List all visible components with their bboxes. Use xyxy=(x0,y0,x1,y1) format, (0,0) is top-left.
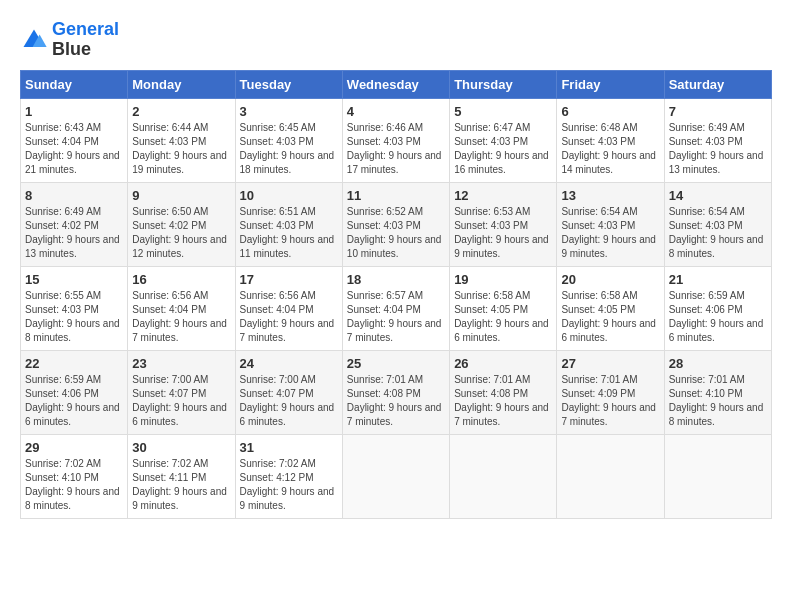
day-number: 28 xyxy=(669,356,767,371)
calendar-cell xyxy=(664,434,771,518)
day-info: Sunrise: 6:58 AMSunset: 4:05 PMDaylight:… xyxy=(561,290,656,343)
day-info: Sunrise: 6:51 AMSunset: 4:03 PMDaylight:… xyxy=(240,206,335,259)
calendar-cell: 14 Sunrise: 6:54 AMSunset: 4:03 PMDaylig… xyxy=(664,182,771,266)
day-info: Sunrise: 7:01 AMSunset: 4:08 PMDaylight:… xyxy=(454,374,549,427)
day-number: 20 xyxy=(561,272,659,287)
calendar-table: SundayMondayTuesdayWednesdayThursdayFrid… xyxy=(20,70,772,519)
day-info: Sunrise: 6:50 AMSunset: 4:02 PMDaylight:… xyxy=(132,206,227,259)
day-number: 4 xyxy=(347,104,445,119)
day-info: Sunrise: 6:49 AMSunset: 4:03 PMDaylight:… xyxy=(669,122,764,175)
day-info: Sunrise: 6:44 AMSunset: 4:03 PMDaylight:… xyxy=(132,122,227,175)
calendar-cell: 7 Sunrise: 6:49 AMSunset: 4:03 PMDayligh… xyxy=(664,98,771,182)
calendar-cell: 2 Sunrise: 6:44 AMSunset: 4:03 PMDayligh… xyxy=(128,98,235,182)
calendar-body: 1 Sunrise: 6:43 AMSunset: 4:04 PMDayligh… xyxy=(21,98,772,518)
day-number: 31 xyxy=(240,440,338,455)
calendar-cell: 26 Sunrise: 7:01 AMSunset: 4:08 PMDaylig… xyxy=(450,350,557,434)
header-day-monday: Monday xyxy=(128,70,235,98)
day-info: Sunrise: 6:55 AMSunset: 4:03 PMDaylight:… xyxy=(25,290,120,343)
calendar-cell: 5 Sunrise: 6:47 AMSunset: 4:03 PMDayligh… xyxy=(450,98,557,182)
calendar-cell: 27 Sunrise: 7:01 AMSunset: 4:09 PMDaylig… xyxy=(557,350,664,434)
day-info: Sunrise: 6:57 AMSunset: 4:04 PMDaylight:… xyxy=(347,290,442,343)
calendar-cell: 28 Sunrise: 7:01 AMSunset: 4:10 PMDaylig… xyxy=(664,350,771,434)
day-info: Sunrise: 6:46 AMSunset: 4:03 PMDaylight:… xyxy=(347,122,442,175)
calendar-cell: 16 Sunrise: 6:56 AMSunset: 4:04 PMDaylig… xyxy=(128,266,235,350)
day-number: 15 xyxy=(25,272,123,287)
day-info: Sunrise: 7:02 AMSunset: 4:12 PMDaylight:… xyxy=(240,458,335,511)
day-number: 3 xyxy=(240,104,338,119)
calendar-cell xyxy=(450,434,557,518)
calendar-cell xyxy=(557,434,664,518)
calendar-cell: 22 Sunrise: 6:59 AMSunset: 4:06 PMDaylig… xyxy=(21,350,128,434)
day-info: Sunrise: 6:52 AMSunset: 4:03 PMDaylight:… xyxy=(347,206,442,259)
day-number: 29 xyxy=(25,440,123,455)
day-number: 18 xyxy=(347,272,445,287)
logo-icon xyxy=(20,26,48,54)
header-day-sunday: Sunday xyxy=(21,70,128,98)
header-day-saturday: Saturday xyxy=(664,70,771,98)
day-info: Sunrise: 6:58 AMSunset: 4:05 PMDaylight:… xyxy=(454,290,549,343)
day-info: Sunrise: 6:47 AMSunset: 4:03 PMDaylight:… xyxy=(454,122,549,175)
day-number: 12 xyxy=(454,188,552,203)
calendar-cell: 29 Sunrise: 7:02 AMSunset: 4:10 PMDaylig… xyxy=(21,434,128,518)
day-info: Sunrise: 7:01 AMSunset: 4:09 PMDaylight:… xyxy=(561,374,656,427)
day-info: Sunrise: 6:53 AMSunset: 4:03 PMDaylight:… xyxy=(454,206,549,259)
day-info: Sunrise: 6:54 AMSunset: 4:03 PMDaylight:… xyxy=(561,206,656,259)
calendar-cell: 13 Sunrise: 6:54 AMSunset: 4:03 PMDaylig… xyxy=(557,182,664,266)
week-row-3: 15 Sunrise: 6:55 AMSunset: 4:03 PMDaylig… xyxy=(21,266,772,350)
week-row-1: 1 Sunrise: 6:43 AMSunset: 4:04 PMDayligh… xyxy=(21,98,772,182)
day-info: Sunrise: 7:00 AMSunset: 4:07 PMDaylight:… xyxy=(240,374,335,427)
day-number: 2 xyxy=(132,104,230,119)
day-info: Sunrise: 6:59 AMSunset: 4:06 PMDaylight:… xyxy=(25,374,120,427)
day-number: 16 xyxy=(132,272,230,287)
day-info: Sunrise: 6:48 AMSunset: 4:03 PMDaylight:… xyxy=(561,122,656,175)
header-row: SundayMondayTuesdayWednesdayThursdayFrid… xyxy=(21,70,772,98)
day-number: 26 xyxy=(454,356,552,371)
calendar-cell: 31 Sunrise: 7:02 AMSunset: 4:12 PMDaylig… xyxy=(235,434,342,518)
calendar-cell: 15 Sunrise: 6:55 AMSunset: 4:03 PMDaylig… xyxy=(21,266,128,350)
logo: General Blue xyxy=(20,20,119,60)
calendar-cell: 3 Sunrise: 6:45 AMSunset: 4:03 PMDayligh… xyxy=(235,98,342,182)
day-number: 6 xyxy=(561,104,659,119)
calendar-cell: 4 Sunrise: 6:46 AMSunset: 4:03 PMDayligh… xyxy=(342,98,449,182)
header-day-thursday: Thursday xyxy=(450,70,557,98)
day-number: 30 xyxy=(132,440,230,455)
day-number: 13 xyxy=(561,188,659,203)
day-number: 1 xyxy=(25,104,123,119)
calendar-cell: 9 Sunrise: 6:50 AMSunset: 4:02 PMDayligh… xyxy=(128,182,235,266)
calendar-cell: 1 Sunrise: 6:43 AMSunset: 4:04 PMDayligh… xyxy=(21,98,128,182)
calendar-cell: 11 Sunrise: 6:52 AMSunset: 4:03 PMDaylig… xyxy=(342,182,449,266)
day-info: Sunrise: 7:02 AMSunset: 4:11 PMDaylight:… xyxy=(132,458,227,511)
day-info: Sunrise: 7:00 AMSunset: 4:07 PMDaylight:… xyxy=(132,374,227,427)
calendar-cell: 19 Sunrise: 6:58 AMSunset: 4:05 PMDaylig… xyxy=(450,266,557,350)
day-info: Sunrise: 6:54 AMSunset: 4:03 PMDaylight:… xyxy=(669,206,764,259)
day-number: 19 xyxy=(454,272,552,287)
day-info: Sunrise: 6:56 AMSunset: 4:04 PMDaylight:… xyxy=(240,290,335,343)
header-day-tuesday: Tuesday xyxy=(235,70,342,98)
week-row-5: 29 Sunrise: 7:02 AMSunset: 4:10 PMDaylig… xyxy=(21,434,772,518)
calendar-cell: 23 Sunrise: 7:00 AMSunset: 4:07 PMDaylig… xyxy=(128,350,235,434)
day-number: 22 xyxy=(25,356,123,371)
calendar-cell: 20 Sunrise: 6:58 AMSunset: 4:05 PMDaylig… xyxy=(557,266,664,350)
day-number: 24 xyxy=(240,356,338,371)
page-header: General Blue xyxy=(20,20,772,60)
day-number: 27 xyxy=(561,356,659,371)
day-number: 7 xyxy=(669,104,767,119)
day-info: Sunrise: 6:49 AMSunset: 4:02 PMDaylight:… xyxy=(25,206,120,259)
day-number: 10 xyxy=(240,188,338,203)
calendar-cell: 12 Sunrise: 6:53 AMSunset: 4:03 PMDaylig… xyxy=(450,182,557,266)
day-number: 17 xyxy=(240,272,338,287)
day-number: 11 xyxy=(347,188,445,203)
day-number: 23 xyxy=(132,356,230,371)
day-info: Sunrise: 6:45 AMSunset: 4:03 PMDaylight:… xyxy=(240,122,335,175)
day-info: Sunrise: 6:59 AMSunset: 4:06 PMDaylight:… xyxy=(669,290,764,343)
day-number: 21 xyxy=(669,272,767,287)
calendar-cell: 21 Sunrise: 6:59 AMSunset: 4:06 PMDaylig… xyxy=(664,266,771,350)
calendar-header: SundayMondayTuesdayWednesdayThursdayFrid… xyxy=(21,70,772,98)
calendar-cell: 24 Sunrise: 7:00 AMSunset: 4:07 PMDaylig… xyxy=(235,350,342,434)
day-number: 8 xyxy=(25,188,123,203)
calendar-cell xyxy=(342,434,449,518)
day-number: 14 xyxy=(669,188,767,203)
logo-text: General Blue xyxy=(52,20,119,60)
calendar-cell: 10 Sunrise: 6:51 AMSunset: 4:03 PMDaylig… xyxy=(235,182,342,266)
day-number: 9 xyxy=(132,188,230,203)
